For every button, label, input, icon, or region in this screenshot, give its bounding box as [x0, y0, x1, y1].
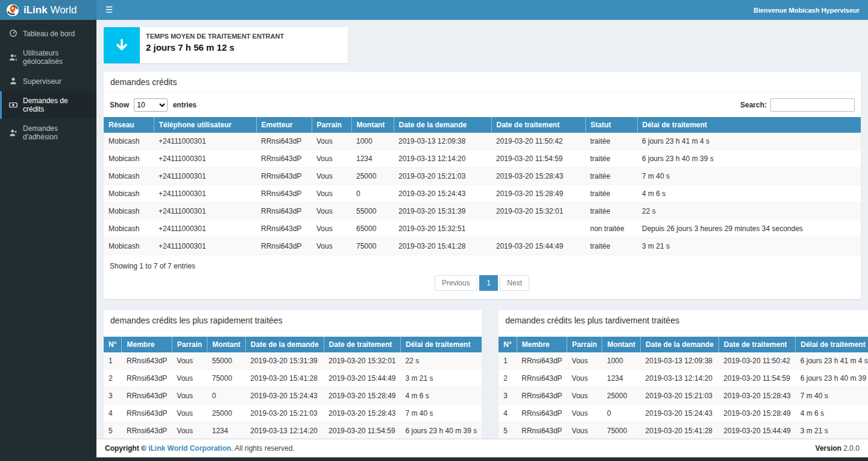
- table-cell: RRnsi643dP: [517, 422, 567, 439]
- table-cell: 1234: [207, 422, 246, 439]
- table-cell: 2019-03-20 15:44:49: [324, 370, 400, 387]
- column-header: Date de la demande: [641, 337, 719, 352]
- table-row: Mobicash+24111000301RRnsi643dPVous100020…: [104, 133, 861, 150]
- infobox-content: TEMPS MOYEN DE TRAITEMENT ENTRANT 2 jour…: [140, 27, 348, 63]
- brand-logo[interactable]: iLink World: [0, 0, 96, 20]
- table-cell: 4: [498, 405, 517, 422]
- sidebar-item-label: Utilisateurs géolocalisés: [23, 49, 90, 66]
- table-cell: 1: [104, 352, 122, 370]
- table-body: 1RRnsi643dPVous550002019-03-20 15:31:392…: [104, 352, 482, 439]
- sidebar-item-demandes-de-credits[interactable]: Demandes de crédits: [0, 91, 96, 119]
- table-cell: 2019-03-20 15:41:28: [394, 238, 491, 255]
- table-cell: 55000: [351, 203, 394, 220]
- footer: Copyright © iLink World Corporation. All…: [96, 439, 868, 457]
- sidebar-item-dashboard[interactable]: Tableau de bord: [0, 24, 96, 43]
- table-cell: Vous: [312, 133, 351, 150]
- table-cell: [491, 220, 585, 238]
- sidebar-item-label: Tableau de bord: [23, 30, 75, 38]
- search-input[interactable]: [770, 98, 855, 112]
- users-icon: [9, 53, 18, 62]
- table-cell: Mobicash: [104, 220, 154, 238]
- table-row: 2RRnsi643dPVous12342019-03-13 12:14:2020…: [498, 370, 868, 387]
- page: iLink World ☰ Bienvenue Mobicash Hypervi…: [0, 0, 868, 461]
- table-cell: 2019-03-20 11:54:59: [491, 150, 585, 168]
- table-row: 4RRnsi643dPVous250002019-03-20 15:21:032…: [104, 405, 482, 422]
- arrow-down-icon: [104, 27, 140, 63]
- table-cell: Vous: [172, 422, 207, 439]
- content-wrapper: TEMPS MOYEN DE TRAITEMENT ENTRANT 2 jour…: [96, 20, 868, 457]
- table-cell: Vous: [172, 405, 207, 422]
- sidebar-item-demandes-adhesion[interactable]: Demandes d'adhésion: [0, 119, 96, 147]
- table-cell: Vous: [312, 238, 351, 255]
- column-header: Date de la demande: [394, 117, 491, 133]
- membership-requests-icon: [9, 129, 18, 138]
- sidebar-item-utilisateurs-geolocalises[interactable]: Utilisateurs géolocalisés: [0, 43, 96, 71]
- brand-name-light: World: [50, 4, 77, 16]
- column-header: Date de la demande: [245, 337, 324, 352]
- table-cell: +24111000301: [154, 185, 256, 203]
- table-cell: +24111000301: [154, 150, 256, 168]
- column-header: Statut: [585, 117, 637, 133]
- table-cell: 5: [104, 422, 122, 439]
- table-cell: 2019-03-13 12:14:20: [394, 150, 491, 168]
- table-cell: RRnsi643dP: [256, 150, 312, 168]
- sidebar-toggle-button[interactable]: ☰: [96, 0, 122, 20]
- page-length-control: Show 10 entries: [110, 98, 197, 112]
- table-row: 1RRnsi643dPVous10002019-03-13 12:09:3820…: [498, 352, 868, 370]
- table-cell: 22 s: [637, 203, 861, 220]
- table-cell: Vous: [567, 370, 602, 387]
- topbar: iLink World ☰ Bienvenue Mobicash Hypervi…: [0, 0, 868, 20]
- table-cell: 22 s: [401, 352, 482, 370]
- column-header: Date de traitement: [719, 337, 795, 352]
- sidebar-item-superviseur[interactable]: Superviseur: [0, 71, 96, 91]
- pagination-next-button[interactable]: Next: [500, 275, 529, 291]
- search-label: Search:: [740, 101, 767, 109]
- table-cell: 2019-03-13 12:14:20: [641, 370, 719, 387]
- table-cell: Vous: [172, 352, 207, 370]
- brand-name: iLink World: [24, 4, 77, 16]
- navbar: ☰ Bienvenue Mobicash Hyperviseur: [96, 0, 868, 20]
- column-header: Délai de traitement: [637, 117, 861, 133]
- slowest-credits-panel: demandes crédits les plus tardivement tr…: [498, 310, 868, 439]
- pagination-page-1-button[interactable]: 1: [479, 275, 498, 291]
- table-header-row: N°MembreParrainMontantDate de la demande…: [498, 337, 868, 352]
- table-cell: 4 m 6 s: [401, 387, 482, 405]
- column-header: Réseau: [104, 117, 154, 133]
- table-cell: Vous: [312, 168, 351, 185]
- table-cell: 25000: [602, 387, 641, 405]
- table-cell: Mobicash: [104, 150, 154, 168]
- table-cell: RRnsi643dP: [517, 370, 567, 387]
- column-header: Parrain: [567, 337, 602, 352]
- table-row: 1RRnsi643dPVous550002019-03-20 15:31:392…: [104, 352, 482, 370]
- table-cell: 75000: [351, 238, 394, 255]
- table-cell: 5: [498, 422, 517, 439]
- table-cell: 6 jours 23 h 40 m 39 s: [637, 150, 861, 168]
- table-cell: Mobicash: [104, 238, 154, 255]
- table-cell: +24111000301: [154, 203, 256, 220]
- table-cell: 75000: [602, 422, 641, 439]
- panel-title: demandes crédits les plus tardivement tr…: [498, 310, 868, 331]
- panel-title: demandes crédits: [104, 72, 861, 93]
- page-length-select[interactable]: 10: [134, 98, 168, 112]
- table-cell: RRnsi643dP: [122, 405, 172, 422]
- table-cell: RRnsi643dP: [256, 168, 312, 185]
- table-cell: 2019-03-20 15:32:51: [394, 220, 491, 238]
- entries-label: entries: [173, 101, 197, 109]
- credit-requests-icon: [9, 101, 18, 110]
- company-link[interactable]: iLink World Corporation: [148, 444, 231, 453]
- column-header: Emetteur: [256, 117, 312, 133]
- dashboard-icon: [9, 29, 18, 38]
- table-cell: 2019-03-13 12:14:20: [245, 422, 324, 439]
- rights-text: . All rights reserved.: [231, 444, 294, 453]
- copyright-label: Copyright ©: [105, 444, 146, 453]
- table-cell: traitée: [585, 203, 637, 220]
- table-cell: 1234: [351, 150, 394, 168]
- table-row: 5RRnsi643dPVous750002019-03-20 15:41:282…: [498, 422, 868, 439]
- table-header-row: N°MembreParrainMontantDate de la demande…: [104, 337, 482, 352]
- table-cell: traitée: [585, 150, 637, 168]
- table-cell: non traitée: [585, 220, 637, 238]
- infobox-value: 2 jours 7 h 56 m 12 s: [146, 42, 342, 52]
- table-controls: Show 10 entries Search:: [104, 93, 861, 117]
- pagination-previous-button[interactable]: Previous: [435, 275, 477, 291]
- column-header: Montant: [602, 337, 641, 352]
